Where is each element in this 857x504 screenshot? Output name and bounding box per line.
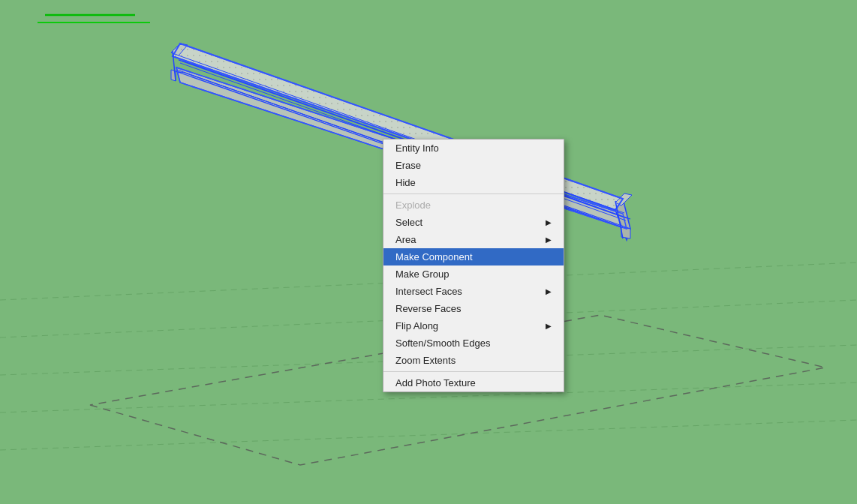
menu-item-label: Zoom Extents [395,355,456,366]
3d-viewport[interactable]: Entity InfoEraseHideExplodeSelect▶Area▶M… [0,0,857,504]
menu-item-label: Area [395,234,416,245]
menu-item-make-group[interactable]: Make Group [383,266,564,283]
menu-item-intersect-faces[interactable]: Intersect Faces▶ [383,283,564,300]
submenu-arrow-icon: ▶ [546,218,552,226]
menu-item-zoom-extents[interactable]: Zoom Extents [383,352,564,369]
menu-item-label: Entity Info [395,142,439,154]
menu-item-label: Add Photo Texture [395,377,476,388]
menu-item-area[interactable]: Area▶ [383,231,564,248]
menu-item-label: Explode [395,200,431,211]
menu-item-select[interactable]: Select▶ [383,214,564,231]
menu-item-make-component[interactable]: Make Component [383,248,564,266]
menu-item-label: Flip Along [395,320,438,332]
menu-item-label: Erase [395,160,421,171]
menu-separator [383,371,564,372]
menu-item-add-photo-texture[interactable]: Add Photo Texture [383,374,564,392]
menu-item-explode: Explode [383,196,564,214]
menu-item-label: Intersect Faces [395,286,462,297]
menu-item-flip-along[interactable]: Flip Along▶ [383,317,564,334]
menu-separator [383,194,564,194]
menu-item-label: Make Component [395,251,473,262]
menu-item-soften-smooth[interactable]: Soften/Smooth Edges [383,334,564,352]
menu-item-erase[interactable]: Erase [383,157,564,174]
context-menu: Entity InfoEraseHideExplodeSelect▶Area▶M… [383,139,564,392]
menu-item-entity-info[interactable]: Entity Info [383,140,564,157]
submenu-arrow-icon: ▶ [546,287,552,296]
menu-item-label: Make Group [395,268,450,280]
menu-item-hide[interactable]: Hide [383,174,564,191]
menu-item-reverse-faces[interactable]: Reverse Faces [383,300,564,317]
submenu-arrow-icon: ▶ [546,236,552,244]
menu-item-label: Reverse Faces [395,303,461,314]
menu-item-label: Soften/Smooth Edges [395,338,490,349]
menu-item-label: Select [395,217,422,228]
submenu-arrow-icon: ▶ [546,322,552,330]
menu-item-label: Hide [395,177,416,188]
